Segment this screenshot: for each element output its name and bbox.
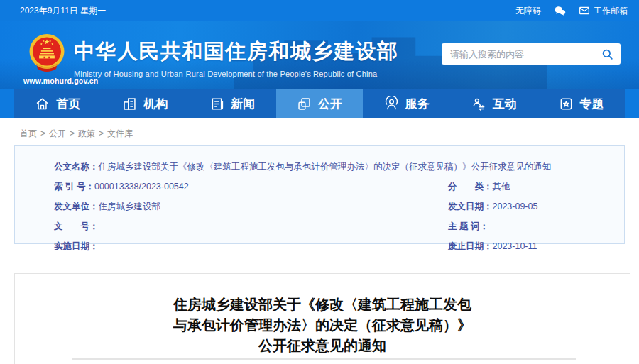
site-url: www.mohurd.gov.cn xyxy=(23,77,70,85)
issue-date-label: 发文日期： xyxy=(448,202,493,211)
nav-item-topics[interactable]: 专题 xyxy=(537,89,625,118)
meta-row-dates: 实施日期： 废止日期：2023-10-11 xyxy=(54,241,624,253)
issue-date-value: 2023-09-05 xyxy=(493,202,538,211)
issuing-unit-value: 住房城乡建设部 xyxy=(99,202,161,211)
search-input[interactable] xyxy=(450,49,601,60)
interaction-icon xyxy=(471,96,486,111)
document-metadata-panel: 公文名称：住房城乡建设部关于《修改〈建筑工程施工发包与承包计价管理办法〉的决定（… xyxy=(14,145,625,244)
doc-name-value: 住房城乡建设部关于《修改〈建筑工程施工发包与承包计价管理办法〉的决定（征求意见稿… xyxy=(99,162,552,172)
disclosure-icon xyxy=(297,96,312,111)
work-mailbox-link[interactable]: 工作邮箱 xyxy=(579,5,628,17)
meta-row-doc-number: 文 号： 主 题 词： xyxy=(54,221,624,233)
current-date: 2023年9月11日 星期一 xyxy=(20,5,106,17)
breadcrumb-disclosure[interactable]: 公开 xyxy=(49,128,66,138)
meta-row-issuer: 发文单位：住房城乡建设部 发文日期：2023-09-05 xyxy=(54,201,624,213)
notice-title-line-2: 与承包计价管理办法〉的决定（征求意见稿）》 xyxy=(15,315,630,336)
wechat-icon[interactable] xyxy=(554,6,566,16)
doc-name-row: 公文名称：住房城乡建设部关于《修改〈建筑工程施工发包与承包计价管理办法〉的决定（… xyxy=(54,161,624,173)
breadcrumb-home[interactable]: 首页 xyxy=(20,128,37,138)
search-icon xyxy=(601,48,614,61)
implementation-date-label: 实施日期： xyxy=(54,241,99,251)
meta-row-index: 索 引 号：000013338/2023-00542 分 类：其他 xyxy=(54,181,624,193)
china-national-emblem-icon xyxy=(26,33,67,76)
home-icon xyxy=(35,96,50,111)
nav-item-home[interactable]: 首页 xyxy=(14,89,102,118)
breadcrumb: 首页>公开>政策>文件库 xyxy=(20,128,639,140)
site-title-block[interactable]: 中华人民共和国住房和城乡建设部 Ministry of Housing and … xyxy=(74,38,399,78)
organization-icon xyxy=(122,96,137,111)
breadcrumb-separator: > xyxy=(40,128,45,138)
subject-words-label: 主 题 词： xyxy=(448,221,488,231)
breadcrumb-policy[interactable]: 政策 xyxy=(78,128,95,138)
nav-item-service[interactable]: 服务 xyxy=(363,89,450,118)
news-icon xyxy=(209,96,224,111)
breadcrumb-file-library[interactable]: 文件库 xyxy=(107,128,133,138)
notice-title: 住房城乡建设部关于《修改〈建筑工程施工发包 与承包计价管理办法〉的决定（征求意见… xyxy=(15,294,630,356)
mohurd-webpage: 2023年9月11日 星期一 无障碍 工作邮箱 xyxy=(0,0,639,364)
article-divider xyxy=(72,358,576,360)
site-search xyxy=(442,43,621,65)
repeal-date-label: 废止日期： xyxy=(448,241,493,251)
ministry-name-cn: 中华人民共和国住房和城乡建设部 xyxy=(74,38,399,66)
repeal-date-value: 2023-10-11 xyxy=(493,241,537,251)
top-utility-bar: 2023年9月11日 星期一 无障碍 工作邮箱 xyxy=(0,0,639,21)
index-number-label: 索 引 号： xyxy=(54,182,94,192)
nav-item-news[interactable]: 新闻 xyxy=(189,89,276,118)
search-button[interactable] xyxy=(601,48,614,61)
accessibility-link[interactable]: 无障碍 xyxy=(515,5,541,17)
topics-icon xyxy=(559,96,574,111)
category-value: 其他 xyxy=(493,182,510,192)
primary-nav: 首页 机构 新闻 xyxy=(14,89,625,118)
mail-icon xyxy=(579,6,590,16)
category-label: 分 类： xyxy=(448,182,493,192)
doc-number-label: 文 号： xyxy=(54,221,99,231)
service-icon xyxy=(384,96,399,111)
article-panel: 住房城乡建设部关于《修改〈建筑工程施工发包 与承包计价管理办法〉的决定（征求意见… xyxy=(14,273,630,364)
breadcrumb-separator: > xyxy=(99,128,104,138)
nav-item-organization[interactable]: 机构 xyxy=(102,89,189,118)
ministry-name-en: Ministry of Housing and Urban-Rural Deve… xyxy=(74,70,399,78)
notice-title-line-3: 公开征求意见的通知 xyxy=(15,336,630,356)
notice-title-line-1: 住房城乡建设部关于《修改〈建筑工程施工发包 xyxy=(15,294,630,315)
breadcrumb-separator: > xyxy=(70,128,75,138)
issuing-unit-label: 发文单位： xyxy=(54,202,99,211)
doc-name-label: 公文名称： xyxy=(54,162,99,172)
nav-item-disclosure[interactable]: 公开 xyxy=(276,89,364,118)
index-number-value: 000013338/2023-00542 xyxy=(94,182,189,192)
national-emblem-block: www.mohurd.gov.cn xyxy=(23,33,70,85)
site-masthead: www.mohurd.gov.cn 中华人民共和国住房和城乡建设部 Minist… xyxy=(0,21,639,89)
nav-item-interaction[interactable]: 互动 xyxy=(450,89,537,118)
primary-nav-strip: 首页 机构 新闻 xyxy=(0,89,639,118)
